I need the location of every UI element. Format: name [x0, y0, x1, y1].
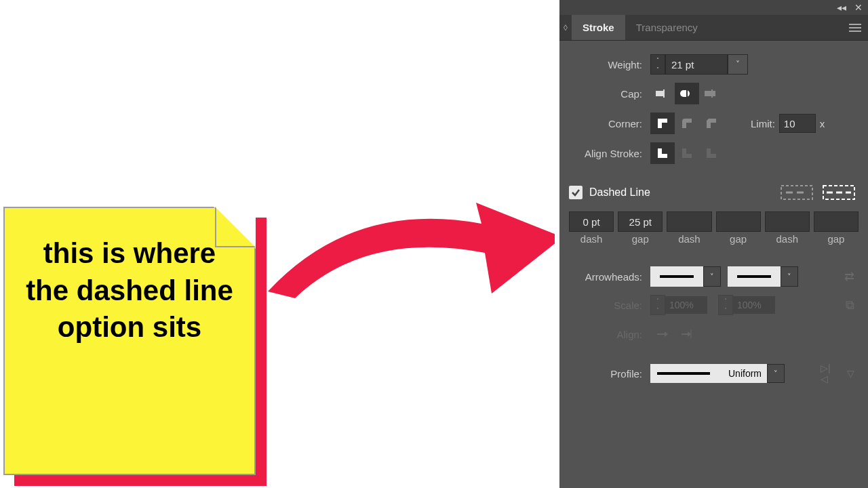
align-center-button[interactable] [650, 142, 675, 164]
panel-tabs: ◊ Stroke Transparency [559, 15, 868, 41]
scale-start-input: 100% [665, 296, 707, 314]
tab-stroke[interactable]: Stroke [572, 15, 625, 40]
chevron-down-icon[interactable]: ˅ [651, 64, 665, 74]
dash-inputs-row: 0 pt 25 pt [559, 207, 868, 233]
corner-label: Corner: [569, 118, 650, 129]
stroke-panel: ◂◂ ✕ ◊ Stroke Transparency Weight: ˄˅ 21… [555, 0, 868, 488]
gap-input-2[interactable] [814, 211, 859, 232]
gap-sublabel-0: gap [618, 233, 663, 245]
arrowhead-align-label: Align: [569, 329, 650, 340]
weight-dropdown[interactable]: ˅ [728, 54, 748, 75]
limit-input[interactable]: 10 [779, 114, 816, 133]
corner-bevel-button[interactable] [699, 113, 724, 134]
gap-input-1[interactable] [716, 211, 761, 232]
scale-end-stepper: ˄˅ [718, 295, 733, 315]
pointer-arrow [258, 173, 570, 302]
flip-horizontal-icon: ▷|◁ [821, 365, 837, 382]
link-scale-icon: ⧉ [846, 298, 854, 312]
align-extend-button [650, 323, 675, 345]
flip-vertical-icon: ▽ [842, 365, 859, 382]
dash-labels-row: dash gap dash gap dash gap [559, 233, 868, 251]
panel-topbar: ◂◂ ✕ [559, 0, 868, 15]
corner-row: Corner: Limit: 10 x [559, 108, 868, 138]
dash-sublabel-2: dash [765, 233, 810, 245]
cap-label: Cap: [569, 88, 650, 100]
gap-sublabel-2: gap [814, 233, 859, 245]
weight-stepper[interactable]: ˄˅ [650, 54, 665, 75]
profile-label: Profile: [569, 368, 650, 380]
profile-value: Uniform [728, 368, 762, 379]
weight-label: Weight: [569, 59, 650, 70]
dash-input-1[interactable] [667, 211, 711, 232]
scale-row: Scale: ˄˅ 100% ˄˅ 100% ⧉ [559, 291, 868, 319]
arrowhead-end-select[interactable] [728, 266, 781, 287]
arrowhead-start-dropdown[interactable]: ˅ [703, 266, 721, 287]
limit-label: Limit: [751, 118, 775, 129]
cap-butt-button[interactable] [650, 83, 675, 104]
scale-start-stepper: ˄˅ [650, 295, 665, 315]
profile-row: Profile: Uniform ˅ ▷|◁ ▽ [559, 360, 868, 387]
svg-rect-4 [705, 91, 715, 96]
gap-sublabel-1: gap [716, 233, 761, 245]
arrowheads-row: Arrowheads: ˅ ˅ ⇄ [559, 262, 868, 291]
swap-arrowheads-button[interactable]: ⇄ [844, 269, 854, 284]
profile-select[interactable]: Uniform [650, 364, 767, 383]
scale-end-input: 100% [733, 296, 775, 314]
arrowhead-align-row: Align: [559, 319, 868, 349]
align-stroke-row: Align Stroke: [559, 138, 868, 168]
annotation-note: this is where the dashed line option sit… [3, 207, 256, 475]
corner-miter-button[interactable] [650, 113, 675, 134]
cap-round-button[interactable] [675, 83, 699, 104]
svg-rect-7 [658, 154, 667, 158]
limit-suffix: x [820, 118, 825, 129]
dashed-line-row: Dashed Line [559, 175, 868, 207]
weight-row: Weight: ˄˅ 21 pt ˅ [559, 50, 868, 79]
svg-rect-1 [663, 89, 665, 98]
panel-menu-button[interactable] [849, 24, 861, 32]
dash-align-button[interactable] [819, 183, 859, 202]
tab-transparency[interactable]: Transparency [625, 15, 709, 40]
svg-rect-11 [707, 154, 716, 158]
chevron-up-icon[interactable]: ˄ [651, 55, 665, 64]
collapse-icon[interactable]: ◂◂ [837, 2, 846, 13]
profile-dropdown[interactable]: ˅ [767, 364, 785, 383]
cap-row: Cap: [559, 79, 868, 108]
scale-label: Scale: [569, 300, 650, 311]
tab-grip-icon[interactable]: ◊ [559, 23, 572, 33]
arrowheads-label: Arrowheads: [569, 271, 650, 283]
svg-rect-0 [656, 91, 664, 96]
close-icon[interactable]: ✕ [854, 2, 863, 13]
dashed-label: Dashed Line [589, 186, 774, 199]
align-stroke-label: Align Stroke: [569, 148, 650, 159]
weight-input[interactable]: 21 pt [665, 54, 728, 75]
align-tip-button [675, 323, 699, 345]
svg-rect-3 [686, 89, 688, 98]
dashed-checkbox[interactable] [569, 186, 583, 199]
arrowhead-end-dropdown[interactable]: ˅ [781, 266, 798, 287]
svg-rect-5 [711, 89, 713, 98]
svg-rect-9 [682, 154, 692, 158]
dash-exact-button[interactable] [777, 183, 816, 202]
gap-input-0[interactable]: 25 pt [618, 211, 663, 232]
note-body: this is where the dashed line option sit… [3, 207, 256, 475]
dash-input-0[interactable]: 0 pt [569, 211, 614, 232]
cap-projecting-button[interactable] [699, 83, 724, 104]
corner-round-button[interactable] [675, 113, 699, 134]
dash-sublabel-1: dash [667, 233, 711, 245]
arrowhead-start-select[interactable] [650, 266, 703, 287]
align-inside-button[interactable] [675, 142, 699, 164]
align-outside-button[interactable] [699, 142, 724, 164]
dash-input-2[interactable] [765, 211, 810, 232]
dash-sublabel-0: dash [569, 233, 614, 245]
svg-rect-2 [680, 90, 690, 97]
